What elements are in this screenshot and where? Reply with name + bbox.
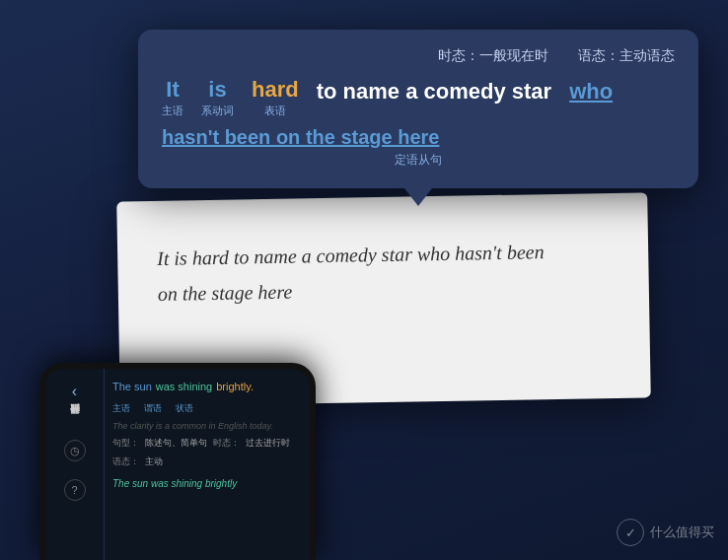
label-subject: 主语 (162, 104, 183, 118)
highlighted-sentence: The sun was shining brightly (112, 478, 302, 489)
sentence-type-row: 句型： 陈述句、简单句 时态： 过去进行时 语态： 主动 (112, 437, 302, 468)
watermark: ✓ 什么值得买 (617, 519, 714, 546)
analyzed-word1: The sun (112, 379, 152, 396)
clause-label: 定语从句 (162, 152, 675, 169)
voice-key: 语态： (112, 455, 139, 468)
watermark-text: 什么值得买 (650, 524, 714, 541)
back-icon[interactable]: ‹ (72, 383, 77, 400)
help-icon[interactable]: ? (64, 479, 86, 501)
paper-line2: on the stage here (158, 281, 293, 305)
word-it: It (166, 77, 179, 103)
label-predicate-phone: 谓语 (144, 402, 162, 415)
pos-labels: 主语 谓语 状语 (112, 402, 302, 415)
phone-screen: ‹ 扫描开启语法分析 ◷ ? The sun was shining brigh… (45, 369, 310, 560)
sentence-type-key: 句型： (112, 437, 139, 450)
paper-line1: It is hard to name a comedy star who has… (157, 241, 545, 269)
voice-val: 主动 (145, 455, 163, 468)
watermark-icon: ✓ (617, 519, 644, 546)
word-group-is: is 系动词 (201, 77, 234, 118)
clause-text: hasn't been on the stage here (162, 126, 439, 149)
sentence-row: It 主语 is 系动词 hard 表语 to name a comedy st… (162, 77, 675, 118)
analyzed-word2: was shining (156, 379, 212, 396)
word-is: is (208, 77, 226, 103)
sentence-type-val: 陈述句、简单句 (145, 437, 207, 450)
phone-device: ‹ 扫描开启语法分析 ◷ ? The sun was shining brigh… (39, 363, 316, 560)
label-subject-phone: 主语 (112, 402, 130, 415)
label-copula: 系动词 (201, 104, 234, 118)
label-adverb-phone: 状语 (176, 402, 193, 415)
voice-label: 语态：主动语态 (578, 47, 675, 65)
phone-sidebar: ‹ 扫描开启语法分析 ◷ ? (45, 369, 105, 560)
grammar-bubble: 时态：一般现在时 语态：主动语态 It 主语 is 系动词 hard 表语 to… (138, 30, 698, 188)
tense-label: 时态：一般现在时 (438, 47, 548, 65)
tense-val: 过去进行时 (246, 437, 290, 450)
word-group-it: It 主语 (162, 77, 183, 118)
clause-row: hasn't been on the stage here 定语从句 (162, 126, 675, 169)
label-predicative: 表语 (264, 104, 286, 118)
analyzed-sentence: The sun was shining brightly. (112, 379, 302, 396)
word-hard: hard (252, 77, 299, 103)
history-icon[interactable]: ◷ (64, 440, 86, 461)
phone-content: The sun was shining brightly. 主语 谓语 状语 T… (105, 369, 310, 560)
word-who: who (569, 77, 613, 105)
paper-text: It is hard to name a comedy star who has… (116, 192, 649, 331)
word-group-hard: hard 表语 (252, 77, 299, 118)
word-rest: to name a comedy star (317, 77, 551, 105)
tense-key: 时态： (213, 437, 240, 450)
phone-subtext: The clarity is a common in English today… (112, 421, 302, 431)
analyzed-word3: brightly. (216, 379, 254, 396)
tense-info-bar: 时态：一般现在时 语态：主动语态 (162, 47, 675, 65)
